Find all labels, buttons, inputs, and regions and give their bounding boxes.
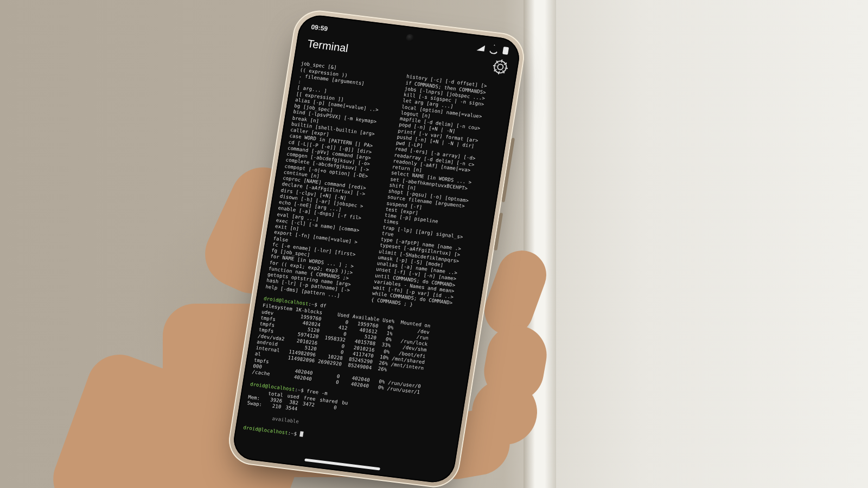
status-clock: 09:59 — [310, 23, 328, 33]
command-free: free -m — [307, 388, 328, 396]
command-df: df — [320, 303, 327, 309]
battery-icon — [502, 47, 509, 55]
cursor-icon — [299, 431, 304, 437]
gesture-bar[interactable] — [304, 459, 380, 471]
df-table: Filesystem1K-blocksUsedAvailableUse%Moun… — [252, 303, 434, 396]
gear-icon[interactable] — [493, 60, 508, 74]
wifi-icon — [488, 44, 500, 55]
app-title: Terminal — [307, 37, 349, 55]
shell-prompt: droid@localhost — [243, 425, 289, 436]
signal-icon — [477, 44, 486, 52]
